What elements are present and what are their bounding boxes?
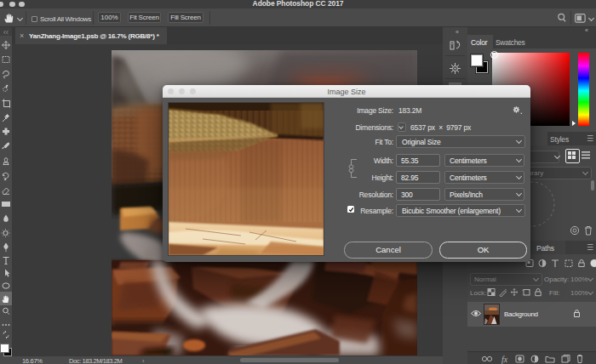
svg-text:fx: fx [501,355,508,364]
